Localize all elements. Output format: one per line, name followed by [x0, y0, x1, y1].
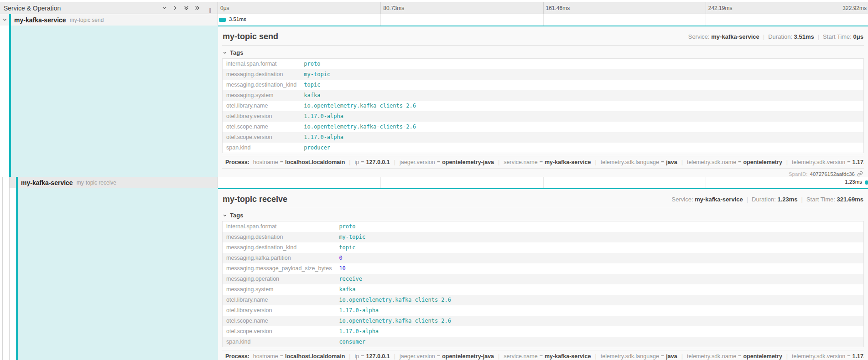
tick-label: 0μs	[218, 2, 229, 14]
tags-label: Tags	[230, 49, 243, 56]
chevron-down-icon	[2, 17, 7, 22]
tag-value: io.opentelemetry.kafka-clients-2.6	[300, 122, 863, 132]
tag-row: span.kindproducer	[223, 143, 864, 153]
tag-key: otel.library.name	[223, 295, 336, 305]
expanded-accent[interactable]	[18, 188, 218, 360]
tag-value: io.opentelemetry.kafka-clients-2.6	[335, 316, 863, 326]
tag-row: otel.library.version1.17.0-alpha	[223, 305, 864, 316]
collapse-all-icon[interactable]	[161, 5, 167, 11]
span-id-value: 407276152aafdc36	[810, 171, 855, 177]
span-duration-label: 1.23ms	[845, 179, 862, 185]
tag-key: span.kind	[223, 143, 301, 153]
process-key: jaeger.version	[400, 353, 435, 360]
span-name-cell[interactable]: my-kafka-service my-topic send	[0, 14, 218, 26]
tag-key: internal.span.format	[223, 221, 336, 232]
tag-value: 1.17.0-alpha	[335, 305, 863, 316]
tag-key: messaging.destination_kind	[223, 242, 336, 253]
tag-value: proto	[335, 221, 863, 232]
process-value: opentelemetry	[743, 353, 782, 360]
span-detail-row: my-topic receive Service: my-kafka-servi…	[0, 188, 868, 360]
duration-value: 3.51ms	[794, 33, 814, 40]
tag-value: 1.17.0-alpha	[300, 111, 863, 122]
tags-table: internal.span.formatproto messaging.dest…	[222, 58, 864, 153]
process-value: my-kafka-service	[545, 353, 591, 360]
tag-key: otel.scope.name	[223, 316, 336, 326]
expand-collapse-controls	[161, 5, 200, 11]
gridline	[543, 177, 544, 188]
gridline	[706, 177, 706, 188]
tag-key: messaging.destination	[223, 69, 301, 80]
tree-guide-line	[9, 188, 10, 360]
tag-key: otel.library.version	[223, 305, 336, 316]
column-resize-handle[interactable]: ▕▏	[207, 8, 214, 14]
process-value: my-kafka-service	[545, 159, 591, 165]
tag-key: messaging.system	[223, 284, 336, 295]
tag-key: messaging.message_payload_size_bytes	[223, 263, 336, 274]
tag-value: 1.17.0-alpha	[335, 326, 863, 337]
expanded-accent[interactable]	[11, 26, 218, 177]
tag-row: internal.span.formatproto	[223, 59, 864, 69]
span-duration-bar[interactable]	[219, 18, 226, 22]
tag-key: internal.span.format	[223, 59, 301, 69]
tick-label: 242.19ms	[706, 2, 733, 14]
tags-accordion-header[interactable]: Tags	[222, 208, 864, 221]
deep-link-icon[interactable]	[857, 171, 863, 177]
tag-key: otel.library.name	[223, 101, 301, 111]
tags-accordion-header[interactable]: Tags	[222, 46, 864, 58]
tag-value: io.opentelemetry.kafka-clients-2.6	[300, 101, 863, 111]
start-time-value: 0μs	[853, 33, 863, 40]
tag-row: messaging.destinationmy-topic	[223, 69, 864, 80]
process-value: localhost.localdomain	[285, 159, 345, 165]
span-id-row: SpanID: 407276152aafdc36	[222, 169, 864, 177]
tag-row: otel.scope.version1.17.0-alpha	[223, 132, 864, 143]
tag-key: messaging.operation	[223, 274, 336, 284]
span-tree-accent	[0, 26, 218, 177]
process-key: telemetry.sdk.language	[601, 159, 659, 165]
operation-name: my-topic send	[70, 17, 104, 23]
tag-row: messaging.destinationmy-topic	[223, 232, 864, 242]
start-time-value: 321.69ms	[837, 196, 863, 203]
service-operation-header: Service & Operation ▕▏	[0, 2, 218, 14]
span-tree-accent	[0, 188, 218, 360]
span-duration-bar[interactable]	[865, 180, 868, 185]
expand-all-icon[interactable]	[183, 5, 189, 11]
process-key: hostname	[253, 353, 278, 360]
span-detail-row: my-topic send Service: my-kafka-service|…	[0, 26, 868, 177]
collapse-one-icon[interactable]	[172, 5, 178, 11]
tick-label: 322.92ms	[842, 2, 867, 14]
span-row: my-kafka-service my-topic send 3.51ms	[0, 14, 868, 26]
chevron-down-icon	[223, 51, 227, 55]
span-name-cell[interactable]: my-kafka-service my-topic receive	[0, 177, 218, 188]
process-key: telemetry.sdk.language	[601, 353, 659, 360]
span-detail-header[interactable]: my-topic send Service: my-kafka-service|…	[222, 26, 864, 46]
tag-row: otel.library.nameio.opentelemetry.kafka-…	[223, 101, 864, 111]
span-timeline-cell[interactable]: 3.51ms	[218, 14, 868, 26]
process-value: java	[666, 159, 677, 165]
expand-one-icon[interactable]	[194, 5, 200, 11]
span-color-bar	[9, 14, 11, 26]
process-value: 1.17.0	[852, 159, 864, 165]
span-timeline-cell[interactable]: 1.23ms	[218, 177, 868, 188]
span-detail-title: my-topic receive	[223, 194, 672, 205]
trace-timeline-view: Service & Operation ▕▏ 0μs 80.73ms 161.4…	[0, 0, 868, 360]
tag-row: otel.library.version1.17.0-alpha	[223, 111, 864, 122]
tree-guide-line	[9, 177, 10, 188]
process-accordion-header[interactable]: Process: hostname=localhost.localdomain|…	[222, 350, 864, 360]
gridline	[543, 14, 544, 26]
tag-value: topic	[335, 242, 863, 253]
process-key: telemetry.sdk.name	[687, 159, 736, 165]
span-detail-header[interactable]: my-topic receive Service: my-kafka-servi…	[222, 189, 864, 208]
service-label: Service:	[688, 33, 710, 40]
tag-row: internal.span.formatproto	[223, 221, 864, 232]
operation-name: my-topic receive	[77, 180, 116, 186]
span-detail-meta: Service: my-kafka-service|Duration: 3.51…	[688, 31, 863, 40]
process-accordion-header[interactable]: Process: hostname=localhost.localdomain|…	[222, 156, 864, 169]
tags-label: Tags	[230, 212, 243, 219]
tag-value: kafka	[300, 90, 863, 101]
process-value: opentelemetry	[743, 159, 782, 165]
collapse-span-chevron[interactable]	[0, 17, 9, 22]
tree-guide-line	[2, 188, 3, 360]
tag-row: messaging.destination_kindtopic	[223, 80, 864, 90]
process-key: hostname	[253, 159, 278, 165]
tag-row: messaging.message_payload_size_bytes10	[223, 263, 864, 274]
